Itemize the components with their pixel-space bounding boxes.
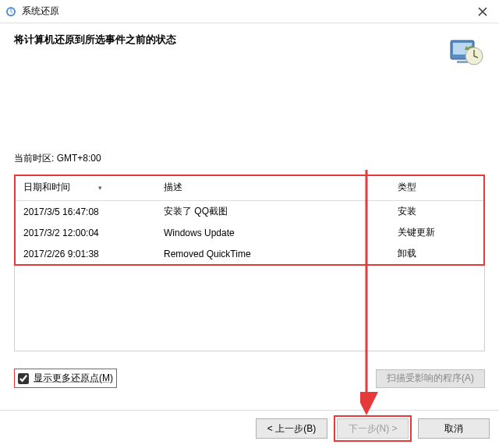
wizard-buttons: < 上一步(B) 下一步(N) > 取消 bbox=[256, 415, 490, 442]
scan-affected-button: 扫描受影响的程序(A) bbox=[376, 369, 485, 388]
dialog-content: 当前时区: GMT+8:00 日期和时间▾ 描述 类型 2017/3/5 16:… bbox=[0, 152, 499, 388]
cell-desc: 安装了 QQ截图 bbox=[156, 201, 390, 223]
table-header-row: 日期和时间▾ 描述 类型 bbox=[16, 176, 483, 201]
show-more-checkbox[interactable] bbox=[18, 373, 29, 384]
sort-caret-icon: ▾ bbox=[98, 184, 102, 192]
cell-type: 卸载 bbox=[390, 243, 483, 264]
cell-date: 2017/2/26 9:01:38 bbox=[16, 243, 156, 264]
header-desc[interactable]: 描述 bbox=[156, 176, 390, 201]
table-row[interactable]: 2017/3/5 16:47:08 安装了 QQ截图 安装 bbox=[16, 201, 483, 223]
cell-desc: Removed QuickTime bbox=[156, 243, 390, 264]
options-row: 显示更多还原点(M) 扫描受影响的程序(A) bbox=[14, 369, 485, 388]
cell-type: 关键更新 bbox=[390, 222, 483, 243]
next-button: 下一步(N) > bbox=[337, 418, 409, 439]
header-type[interactable]: 类型 bbox=[390, 176, 483, 201]
restore-icon bbox=[446, 33, 485, 72]
dialog-header: 将计算机还原到所选事件之前的状态 bbox=[0, 23, 499, 78]
table-row[interactable]: 2017/3/2 12:00:04 Windows Update 关键更新 bbox=[16, 222, 483, 243]
next-button-highlight: 下一步(N) > bbox=[334, 415, 412, 442]
show-more-highlight: 显示更多还原点(M) bbox=[14, 369, 117, 388]
restore-points-table[interactable]: 日期和时间▾ 描述 类型 2017/3/5 16:47:08 安装了 QQ截图 … bbox=[16, 176, 483, 264]
dialog-heading: 将计算机还原到所选事件之前的状态 bbox=[14, 33, 437, 47]
timezone-label: 当前时区: GMT+8:00 bbox=[14, 152, 485, 165]
cancel-button[interactable]: 取消 bbox=[418, 418, 490, 439]
separator bbox=[0, 410, 499, 411]
close-button[interactable] bbox=[471, 0, 494, 23]
table-empty-area bbox=[14, 266, 485, 351]
cell-date: 2017/3/5 16:47:08 bbox=[16, 201, 156, 223]
cell-date: 2017/3/2 12:00:04 bbox=[16, 222, 156, 243]
window-title: 系统还原 bbox=[22, 5, 471, 18]
titlebar: 系统还原 bbox=[0, 0, 499, 23]
close-icon bbox=[478, 7, 487, 16]
show-more-label[interactable]: 显示更多还原点(M) bbox=[34, 372, 113, 385]
cell-type: 安装 bbox=[390, 201, 483, 223]
svg-rect-4 bbox=[457, 61, 468, 63]
back-button[interactable]: < 上一步(B) bbox=[256, 418, 327, 439]
app-icon bbox=[5, 5, 17, 18]
cell-desc: Windows Update bbox=[156, 222, 390, 243]
header-date[interactable]: 日期和时间▾ bbox=[16, 176, 156, 201]
restore-points-highlight: 日期和时间▾ 描述 类型 2017/3/5 16:47:08 安装了 QQ截图 … bbox=[14, 175, 485, 266]
table-row[interactable]: 2017/2/26 9:01:38 Removed QuickTime 卸载 bbox=[16, 243, 483, 264]
